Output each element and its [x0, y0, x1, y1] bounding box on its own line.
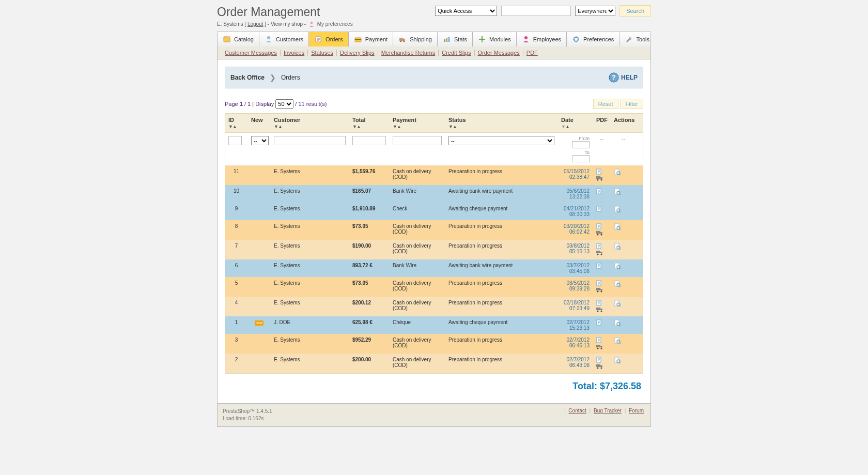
sort-total[interactable]: ▼▲ — [352, 124, 386, 129]
invoice-icon[interactable] — [596, 319, 602, 327]
invoice-icon[interactable] — [596, 206, 602, 213]
filter-date-from-input[interactable] — [572, 141, 590, 148]
tab-catalog[interactable]: Catalog — [218, 32, 259, 47]
tab-modules[interactable]: Modules — [473, 32, 517, 47]
view-order-icon[interactable] — [614, 357, 621, 365]
filter-status-select[interactable]: -- — [448, 136, 554, 145]
sort-payment[interactable]: ▼▲ — [393, 124, 442, 129]
filter-new-select[interactable]: -- — [251, 136, 269, 145]
delivery-slip-icon[interactable] — [596, 364, 603, 370]
view-order-icon[interactable] — [614, 300, 621, 308]
table-row[interactable]: 8E. Systems$73.05Cash on delivery (COD)P… — [225, 220, 643, 240]
th-id[interactable]: ID — [228, 117, 244, 123]
view-order-icon[interactable] — [614, 168, 621, 177]
tab-orders[interactable]: Orders — [309, 32, 349, 47]
view-order-icon[interactable] — [614, 243, 621, 251]
view-order-icon[interactable] — [614, 337, 621, 345]
tab-payment[interactable]: Payment — [349, 32, 393, 47]
th-total[interactable]: Total — [352, 117, 386, 123]
filter-id-input[interactable] — [228, 136, 242, 145]
help-button[interactable]: ? HELP — [609, 72, 638, 83]
view-order-icon[interactable] — [614, 319, 621, 328]
th-payment[interactable]: Payment — [393, 117, 442, 123]
delivery-slip-icon[interactable] — [596, 250, 603, 256]
view-shop-link[interactable]: View my shop — [271, 21, 303, 27]
filter-payment-input[interactable] — [393, 136, 442, 145]
cell-date: 05/15/201202:38:47 — [558, 165, 593, 185]
view-order-icon[interactable] — [614, 206, 621, 214]
footer-forum-link[interactable]: Forum — [627, 408, 645, 413]
tab-tools[interactable]: Tools — [619, 32, 655, 47]
th-new[interactable]: New — [251, 117, 267, 123]
invoice-icon[interactable] — [596, 243, 602, 250]
tab-customers[interactable]: Customers — [259, 32, 309, 47]
subnav-credit-slips[interactable]: Credit Slips — [439, 50, 474, 56]
tab-preferences[interactable]: Preferences — [567, 32, 619, 47]
filter-date-to-input[interactable] — [572, 155, 590, 162]
subnav-order-messages[interactable]: Order Messages — [475, 50, 523, 56]
table-row[interactable]: 10E. Systems$165.07Bank WireAwaiting ban… — [225, 185, 643, 203]
invoice-icon[interactable] — [596, 223, 602, 231]
delivery-slip-icon[interactable] — [596, 344, 603, 350]
invoice-icon[interactable] — [596, 300, 602, 307]
grid-header-row: ID▼▲ New Customer▼▲ Total▼▲ Payment▼▲ St… — [225, 114, 643, 132]
th-status[interactable]: Status — [448, 117, 554, 123]
table-row[interactable]: 3E. Systems$952.29Cash on delivery (COD)… — [225, 334, 643, 354]
table-row[interactable]: 9E. Systems$1,910.89CheckAwaiting cheque… — [225, 203, 643, 220]
tab-stats[interactable]: Stats — [438, 32, 473, 47]
subnav-invoices[interactable]: Invoices — [281, 50, 308, 56]
subnav-customer-messages[interactable]: Customer Messages — [222, 50, 281, 56]
subnav-statuses[interactable]: Statuses — [308, 50, 337, 56]
subnav-delivery-slips[interactable]: Delivery Slips — [337, 50, 378, 56]
invoice-icon[interactable] — [596, 168, 602, 176]
table-row[interactable]: 11E. Systems$1,559.76Cash on delivery (C… — [225, 165, 643, 185]
view-order-icon[interactable] — [614, 263, 621, 271]
subnav-merchandise-returns[interactable]: Merchandise Returns — [378, 50, 439, 56]
search-scope-select[interactable]: Everywhere — [575, 6, 615, 16]
invoice-icon[interactable] — [596, 280, 602, 287]
cell-status: Preparation in progress — [445, 277, 558, 297]
invoice-icon[interactable] — [596, 263, 602, 270]
table-row[interactable]: 1newJ. DOE625,98 €ChèqueAwaiting cheque … — [225, 316, 643, 334]
sort-customer[interactable]: ▼▲ — [274, 124, 346, 129]
delivery-slip-icon[interactable] — [596, 231, 603, 237]
invoice-icon[interactable] — [596, 188, 602, 195]
footer-bug-link[interactable]: Bug Tracker — [592, 408, 623, 413]
table-row[interactable]: 5E. Systems$73.05Cash on delivery (COD)P… — [225, 277, 643, 297]
sort-status[interactable]: ▼▲ — [448, 124, 554, 129]
filter-total-input[interactable] — [352, 136, 386, 145]
view-order-icon[interactable] — [614, 188, 621, 196]
view-order-icon[interactable] — [614, 280, 621, 288]
table-row[interactable]: 2E. Systems$200.00Cash on delivery (COD)… — [225, 354, 643, 373]
breadcrumb-back[interactable]: Back Office — [230, 74, 265, 81]
tab-employees[interactable]: Employees — [517, 32, 567, 47]
filter-customer-input[interactable] — [274, 136, 346, 145]
delivery-slip-icon[interactable] — [596, 307, 603, 313]
tab-shipping[interactable]: Shipping — [393, 32, 438, 47]
reset-button[interactable]: Reset — [593, 99, 618, 109]
search-button[interactable]: Search — [619, 5, 651, 17]
th-customer[interactable]: Customer — [274, 117, 346, 123]
quick-access-select[interactable]: Quick Access — [435, 6, 497, 16]
table-row[interactable]: 7E. Systems$190.00Cash on delivery (COD)… — [225, 240, 643, 259]
page-size-select[interactable]: 50 — [275, 99, 293, 109]
invoice-icon[interactable] — [596, 337, 602, 344]
delivery-slip-icon[interactable] — [596, 176, 603, 182]
subnav-pdf[interactable]: PDF — [523, 50, 541, 56]
svg-point-60 — [601, 311, 602, 312]
my-preferences-link[interactable]: My preferences — [317, 21, 353, 27]
logout-link[interactable]: Logout — [247, 21, 264, 27]
delivery-slip-icon[interactable] — [596, 287, 603, 294]
table-row[interactable]: 4E. Systems$200.12Cash on delivery (COD)… — [225, 297, 643, 316]
table-row[interactable]: 6E. Systems893,72 €Bank WireAwaiting ban… — [225, 259, 643, 277]
cell-total: $73.05 — [349, 220, 390, 240]
sort-date[interactable]: ▼▲ — [561, 124, 590, 129]
search-input[interactable] — [501, 6, 571, 16]
view-order-icon[interactable] — [614, 223, 621, 232]
cell-payment: Chèque — [390, 316, 445, 334]
filter-button[interactable]: Filter — [621, 99, 643, 109]
invoice-icon[interactable] — [596, 357, 602, 364]
th-date[interactable]: Date — [561, 117, 590, 123]
footer-contact-link[interactable]: Contact — [567, 408, 587, 413]
sort-id[interactable]: ▼▲ — [228, 124, 244, 129]
